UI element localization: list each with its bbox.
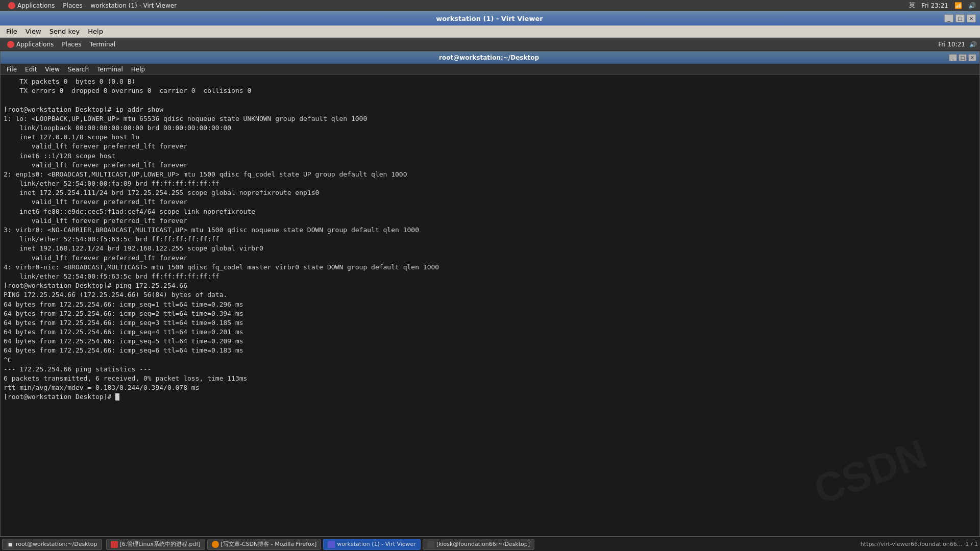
term-menu-file[interactable]: File bbox=[3, 65, 21, 74]
virt-viewer-menu-file[interactable]: File bbox=[2, 27, 21, 36]
term-menu-search[interactable]: Search bbox=[64, 65, 93, 74]
virt-viewer-title: workstation (1) - Virt Viewer bbox=[35, 15, 944, 22]
taskbar-terminal-icon: ■ bbox=[7, 541, 14, 548]
inner-time: Fri 10:21 bbox=[938, 41, 965, 48]
terminal-title: root@workstation:~/Desktop bbox=[29, 54, 949, 61]
inner-terminal-menu[interactable]: Terminal bbox=[85, 40, 119, 49]
inner-volume-icon: 🔊 bbox=[969, 41, 977, 48]
virtviewer-label: workstation (1) - Virt Viewer bbox=[337, 541, 416, 547]
virt-viewer-menu-sendkey[interactable]: Send key bbox=[45, 27, 84, 36]
taskbar-kiosk-item[interactable]: [kiosk@foundation66:~/Desktop] bbox=[423, 539, 534, 550]
os-places-label: Places bbox=[63, 2, 82, 9]
term-menu-edit[interactable]: Edit bbox=[21, 65, 41, 74]
taskbar-right: https://virt-viewer66.foundation66... 1 … bbox=[861, 541, 978, 547]
firefox-label: [写文章-CSDN博客 - Mozilla Firefox] bbox=[221, 540, 317, 548]
inner-places-menu[interactable]: Places bbox=[58, 40, 85, 49]
term-menu-terminal[interactable]: Terminal bbox=[93, 65, 127, 74]
watermark: CSDN bbox=[808, 430, 933, 514]
pdf-label: [6.管理Linux系统中的进程.pdf] bbox=[120, 540, 201, 548]
terminal-content[interactable]: TX packets 0 bytes 0 (0.0 B) TX errors 0… bbox=[1, 75, 979, 536]
os-applications-label: Applications bbox=[17, 2, 55, 9]
taskbar-window-buttons: [6.管理Linux系统中的进程.pdf] [写文章-CSDN博客 - Mozi… bbox=[106, 539, 856, 550]
inner-applications-label: Applications bbox=[16, 41, 54, 48]
virt-viewer-minimize-btn[interactable]: _ bbox=[944, 14, 953, 22]
os-taskbar-left: Applications Places workstation (1) - Vi… bbox=[4, 1, 181, 10]
inner-panel-right: Fri 10:21 🔊 bbox=[938, 41, 977, 48]
os-taskbar: Applications Places workstation (1) - Vi… bbox=[0, 0, 980, 11]
os-window-title: workstation (1) - Virt Viewer bbox=[86, 1, 181, 10]
os-applications-menu[interactable]: Applications bbox=[4, 1, 59, 10]
os-places-menu[interactable]: Places bbox=[59, 1, 86, 10]
virt-viewer-maximize-btn[interactable]: □ bbox=[955, 14, 965, 22]
taskbar-virtviewer-item[interactable]: workstation (1) - Virt Viewer bbox=[323, 539, 421, 550]
taskbar-url: https://virt-viewer66.foundation66... bbox=[861, 541, 962, 547]
virt-viewer-window: workstation (1) - Virt Viewer _ □ ✕ File… bbox=[0, 11, 980, 551]
inner-app-icon bbox=[7, 41, 14, 48]
virt-viewer-titlebar-buttons: _ □ ✕ bbox=[944, 14, 976, 22]
terminal-titlebar-buttons: _ □ ✕ bbox=[949, 54, 976, 61]
term-menu-help[interactable]: Help bbox=[127, 65, 149, 74]
inner-places-label: Places bbox=[62, 41, 81, 48]
os-taskbar-right: 英 Fri 23:21 📶 🔊 bbox=[909, 1, 976, 10]
terminal-cursor bbox=[115, 393, 119, 400]
terminal-titlebar: root@workstation:~/Desktop _ □ ✕ bbox=[1, 52, 979, 64]
os-datetime: Fri 23:21 bbox=[921, 2, 948, 9]
virt-viewer-menu-help[interactable]: Help bbox=[84, 27, 107, 36]
firefox-icon bbox=[212, 541, 219, 548]
os-volume-icon: 🔊 bbox=[968, 2, 976, 9]
terminal-output: TX packets 0 bytes 0 (0.0 B) TX errors 0… bbox=[4, 77, 976, 402]
taskbar-terminal-tab[interactable]: ■ root@workstation:~/Desktop bbox=[2, 539, 102, 550]
virt-viewer-menu-view[interactable]: View bbox=[21, 27, 45, 36]
bottom-taskbar: ■ root@workstation:~/Desktop [6.管理Linux系… bbox=[0, 537, 980, 551]
virt-viewer-menubar: File View Send key Help bbox=[0, 26, 980, 38]
terminal-maximize-btn[interactable]: □ bbox=[959, 54, 967, 61]
kiosk-label: [kiosk@foundation66:~/Desktop] bbox=[436, 541, 530, 547]
os-window-title-text: workstation (1) - Virt Viewer bbox=[90, 2, 177, 9]
inner-applications-menu[interactable]: Applications bbox=[3, 40, 58, 49]
term-menu-view[interactable]: View bbox=[41, 65, 63, 74]
terminal-window: root@workstation:~/Desktop _ □ ✕ File Ed… bbox=[0, 51, 980, 537]
inner-terminal-label: Terminal bbox=[89, 41, 115, 48]
kiosk-icon bbox=[427, 541, 434, 548]
terminal-menubar: File Edit View Search Terminal Help bbox=[1, 64, 979, 75]
taskbar-items: ■ root@workstation:~/Desktop bbox=[2, 539, 102, 550]
terminal-close-btn[interactable]: ✕ bbox=[968, 54, 976, 61]
virt-viewer-close-btn[interactable]: ✕ bbox=[967, 14, 976, 22]
virtviewer-icon bbox=[328, 541, 335, 548]
page-indicator: 1 / 1 bbox=[965, 541, 978, 547]
terminal-minimize-btn[interactable]: _ bbox=[949, 54, 957, 61]
inner-gnome-panel: Applications Places Terminal Fri 10:21 🔊 bbox=[0, 38, 980, 51]
inner-panel-left: Applications Places Terminal bbox=[3, 40, 119, 49]
taskbar-pdf-item[interactable]: [6.管理Linux系统中的进程.pdf] bbox=[106, 539, 205, 550]
os-lang: 英 bbox=[909, 1, 915, 10]
os-signal-icon: 📶 bbox=[954, 2, 962, 9]
applications-icon bbox=[8, 2, 15, 9]
virt-viewer-titlebar: workstation (1) - Virt Viewer _ □ ✕ bbox=[0, 11, 980, 26]
taskbar-firefox-item[interactable]: [写文章-CSDN博客 - Mozilla Firefox] bbox=[207, 539, 322, 550]
pdf-icon bbox=[111, 541, 118, 548]
taskbar-terminal-label: root@workstation:~/Desktop bbox=[16, 541, 97, 547]
